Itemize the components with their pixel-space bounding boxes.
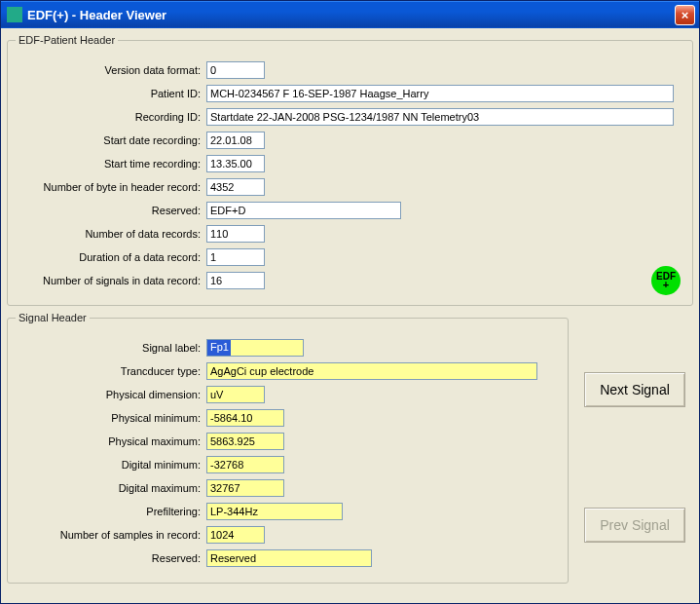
sig-reserved-label: Reserved: [16, 552, 206, 564]
reserved-label: Reserved: [16, 205, 206, 216]
transducer-label: Trancducer type: [16, 365, 206, 377]
dig-min-field[interactable] [206, 456, 284, 473]
dig-max-label: Digital maximum: [16, 482, 206, 494]
phys-min-field[interactable] [206, 409, 284, 427]
duration-label: Duration of a data record: [16, 251, 206, 263]
duration-field[interactable] [206, 248, 265, 266]
num-samples-field[interactable] [206, 526, 265, 544]
patient-id-label: Patient ID: [16, 88, 206, 99]
version-field[interactable] [206, 61, 265, 79]
recording-id-label: Recording ID: [16, 111, 206, 123]
signal-header-group: Signal Header Signal label: Fp1 Trancduc… [7, 312, 569, 584]
num-records-field[interactable] [206, 225, 265, 243]
recording-id-field[interactable] [206, 108, 674, 126]
dig-min-label: Digital minimum: [16, 459, 206, 471]
reserved-field[interactable] [206, 202, 401, 219]
signal-label-label: Signal label: [16, 342, 206, 354]
app-icon [7, 7, 22, 22]
version-label: Version data format: [16, 64, 206, 76]
num-bytes-label: Number of byte in header record: [16, 181, 206, 193]
start-time-label: Start time recording: [16, 158, 206, 170]
sig-reserved-field[interactable] [206, 549, 372, 567]
nav-column: Next Signal Prev Signal [576, 312, 693, 584]
start-date-label: Start date recording: [16, 134, 206, 146]
num-signals-label: Number of signals in data record: [16, 275, 206, 286]
close-icon: × [682, 8, 689, 22]
phys-dim-label: Physical dimension: [16, 389, 206, 400]
phys-max-field[interactable] [206, 433, 284, 450]
lower-pane: Signal Header Signal label: Fp1 Trancduc… [7, 312, 693, 584]
prefiltering-label: Prefiltering: [16, 506, 206, 517]
patient-header-legend: EDF-Patient Header [16, 34, 118, 46]
close-button[interactable]: × [675, 5, 695, 25]
edf-plus-badge: EDF + [651, 266, 681, 295]
num-samples-label: Number of samples in record: [16, 529, 206, 541]
start-date-field[interactable] [206, 132, 265, 149]
phys-min-label: Physical minimum: [16, 412, 206, 424]
num-records-label: Number of data records: [16, 228, 206, 240]
num-signals-field[interactable] [206, 272, 265, 289]
signal-header-legend: Signal Header [16, 312, 90, 323]
patient-header-group: EDF-Patient Header Version data format: … [7, 34, 693, 306]
prefiltering-field[interactable] [206, 503, 343, 520]
next-signal-button[interactable]: Next Signal [584, 372, 685, 407]
num-bytes-field[interactable] [206, 178, 265, 196]
signal-label-field[interactable]: Fp1 [206, 339, 304, 357]
phys-max-label: Physical maximum: [16, 435, 206, 447]
window-title: EDF(+) - Header Viewer [27, 8, 675, 22]
transducer-field[interactable] [206, 362, 537, 380]
phys-dim-field[interactable] [206, 386, 265, 403]
dig-max-field[interactable] [206, 479, 284, 497]
patient-id-field[interactable] [206, 85, 674, 102]
start-time-field[interactable] [206, 155, 265, 172]
titlebar: EDF(+) - Header Viewer × [1, 1, 699, 28]
client-area: EDF-Patient Header Version data format: … [1, 28, 699, 603]
prev-signal-button[interactable]: Prev Signal [584, 508, 685, 543]
window: EDF(+) - Header Viewer × EDF-Patient Hea… [0, 0, 700, 604]
